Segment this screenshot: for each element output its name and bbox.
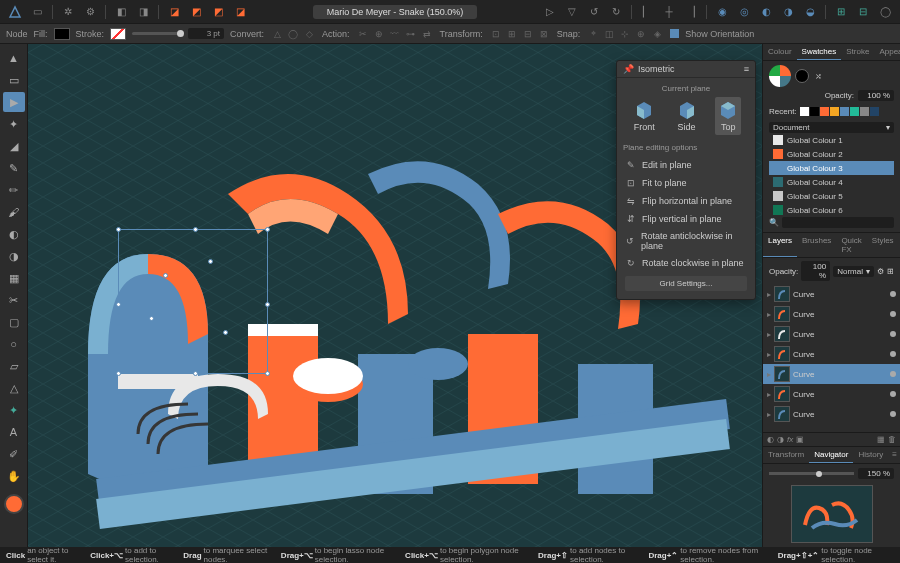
layer-row[interactable]: ▸Curve <box>763 304 900 324</box>
arrange-icon[interactable]: ◧ <box>112 3 130 21</box>
plane-front[interactable]: Front <box>631 97 658 135</box>
opacity-value[interactable]: 100 % <box>858 90 894 101</box>
transform-4-icon[interactable]: ⊠ <box>537 27 551 41</box>
visibility-dot[interactable] <box>890 351 896 357</box>
plane-top[interactable]: Top <box>715 97 741 135</box>
tab-swatches[interactable]: Swatches <box>797 44 842 60</box>
node-tool[interactable]: ▶ <box>3 92 25 112</box>
visibility-dot[interactable] <box>890 371 896 377</box>
expand-icon[interactable]: ▸ <box>767 390 771 399</box>
stroke-width-value[interactable]: 3 pt <box>188 28 224 39</box>
settings-gear-icon[interactable]: ✲ <box>59 3 77 21</box>
fit-to-plane[interactable]: ⊡Fit to plane <box>623 174 749 192</box>
tab-stroke[interactable]: Stroke <box>841 44 874 60</box>
swatch-search-input[interactable] <box>782 217 894 228</box>
pin-icon[interactable]: 📌 <box>623 64 634 74</box>
brush-tool[interactable]: 🖌 <box>3 202 25 222</box>
plane-side[interactable]: Side <box>674 97 700 135</box>
bool-int-icon[interactable]: ◐ <box>757 3 775 21</box>
recent-swatch[interactable] <box>850 107 859 116</box>
swap-colors-icon[interactable]: ⤭ <box>815 72 822 81</box>
zoom-value[interactable]: 150 % <box>858 468 894 479</box>
recent-swatch[interactable] <box>830 107 839 116</box>
recent-swatch[interactable] <box>800 107 809 116</box>
bool-xor-icon[interactable]: ◑ <box>779 3 797 21</box>
fx-crop-icon[interactable]: ▣ <box>796 435 804 444</box>
layer-row[interactable]: ▸Curve <box>763 324 900 344</box>
artboard-tool[interactable]: ▭ <box>3 70 25 90</box>
layer-settings-icon[interactable]: ⚙ <box>877 267 884 276</box>
tab-styles[interactable]: Styles <box>867 233 899 257</box>
tab-brushes[interactable]: Brushes <box>797 233 836 257</box>
canvas[interactable]: 📌 Isometric ≡ Current plane Front Side T… <box>28 44 762 547</box>
tab-quickfx[interactable]: Quick FX <box>836 233 866 257</box>
align-l-icon[interactable]: ▏ <box>638 3 656 21</box>
recent-swatch[interactable] <box>860 107 869 116</box>
flip-v-icon[interactable]: ▽ <box>563 3 581 21</box>
expand-icon[interactable]: ▸ <box>767 330 771 339</box>
transform-2-icon[interactable]: ⊞ <box>505 27 519 41</box>
recent-swatch[interactable] <box>840 107 849 116</box>
bool-add-icon[interactable]: ◉ <box>713 3 731 21</box>
panel-menu-icon[interactable]: ≡ <box>744 64 749 74</box>
expand-icon[interactable]: ▸ <box>767 410 771 419</box>
transform-3-icon[interactable]: ⊟ <box>521 27 535 41</box>
expand-icon[interactable]: ▸ <box>767 310 771 319</box>
fill-swatch[interactable] <box>54 28 70 40</box>
tab-colour[interactable]: Colour <box>763 44 797 60</box>
order-frontone-icon[interactable]: ◩ <box>209 3 227 21</box>
tab-history[interactable]: History <box>853 447 888 463</box>
swatch-item[interactable]: Global Colour 4 <box>769 175 894 189</box>
order-back-icon[interactable]: ◪ <box>165 3 183 21</box>
hand-tool[interactable]: ✋ <box>3 466 25 486</box>
expand-icon[interactable]: ▸ <box>767 350 771 359</box>
swatch-item[interactable]: Global Colour 6 <box>769 203 894 215</box>
fx-fx-icon[interactable]: fx <box>787 435 793 444</box>
swatch-item[interactable]: Global Colour 2 <box>769 147 894 161</box>
layer-opacity-value[interactable]: 100 % <box>801 261 830 281</box>
visibility-dot[interactable] <box>890 411 896 417</box>
visibility-dot[interactable] <box>890 391 896 397</box>
fill-tool[interactable]: ◐ <box>3 224 25 244</box>
recent-swatch[interactable] <box>870 107 879 116</box>
flip-v-in-plane[interactable]: ⇵Flip vertical in plane <box>623 210 749 228</box>
document-title[interactable]: Mario De Meyer - Snake (150.0%) <box>313 5 478 19</box>
eyedropper-tool[interactable]: ✐ <box>3 444 25 464</box>
pencil-tool[interactable]: ✏ <box>3 180 25 200</box>
snap-2-icon[interactable]: ◫ <box>602 27 616 41</box>
transform-1-icon[interactable]: ⊡ <box>489 27 503 41</box>
recent-swatch[interactable] <box>820 107 829 116</box>
swatch-library-dropdown[interactable]: Document▾ <box>769 122 894 133</box>
rounded-rect-tool[interactable]: ▱ <box>3 356 25 376</box>
transparency-tool[interactable]: ◑ <box>3 246 25 266</box>
grid-settings-button[interactable]: Grid Settings... <box>625 276 747 291</box>
snap-4-icon[interactable]: ⊕ <box>634 27 648 41</box>
zoom-slider[interactable] <box>769 472 854 475</box>
swatch-item[interactable]: Global Colour 3 <box>769 161 894 175</box>
align-r-icon[interactable]: ▕ <box>682 3 700 21</box>
text-tool[interactable]: A <box>3 422 25 442</box>
tabs3-menu-icon[interactable]: ≡ <box>888 447 900 463</box>
crop-tool[interactable]: ✂ <box>3 290 25 310</box>
layer-row[interactable]: ▸Curve <box>763 384 900 404</box>
layer-row[interactable]: ▸Curve <box>763 404 900 424</box>
selection-box[interactable] <box>118 229 268 374</box>
fx-mask-icon[interactable]: ◐ <box>767 435 774 444</box>
add-layer-icon[interactable]: ▦ <box>877 435 885 444</box>
move-tool[interactable]: ▲ <box>3 48 25 68</box>
bool-sub-icon[interactable]: ◎ <box>735 3 753 21</box>
rotate-cw-in-plane[interactable]: ↻Rotate clockwise in plane <box>623 254 749 272</box>
show-orientation-checkbox[interactable] <box>670 29 679 38</box>
arrange2-icon[interactable]: ◨ <box>134 3 152 21</box>
corner-tool[interactable]: ◢ <box>3 136 25 156</box>
action-close-icon[interactable]: ⊕ <box>372 27 386 41</box>
action-smooth-icon[interactable]: 〰 <box>388 27 402 41</box>
bool-div-icon[interactable]: ◒ <box>801 3 819 21</box>
snap-5-icon[interactable]: ◈ <box>650 27 664 41</box>
point-transform-tool[interactable]: ✦ <box>3 114 25 134</box>
flip-h-in-plane[interactable]: ⇋Flip horizontal in plane <box>623 192 749 210</box>
persona-icon[interactable]: ▭ <box>28 3 46 21</box>
visibility-dot[interactable] <box>890 331 896 337</box>
layer-lock-icon[interactable]: ⊞ <box>887 267 894 276</box>
layer-row[interactable]: ▸Curve <box>763 284 900 304</box>
